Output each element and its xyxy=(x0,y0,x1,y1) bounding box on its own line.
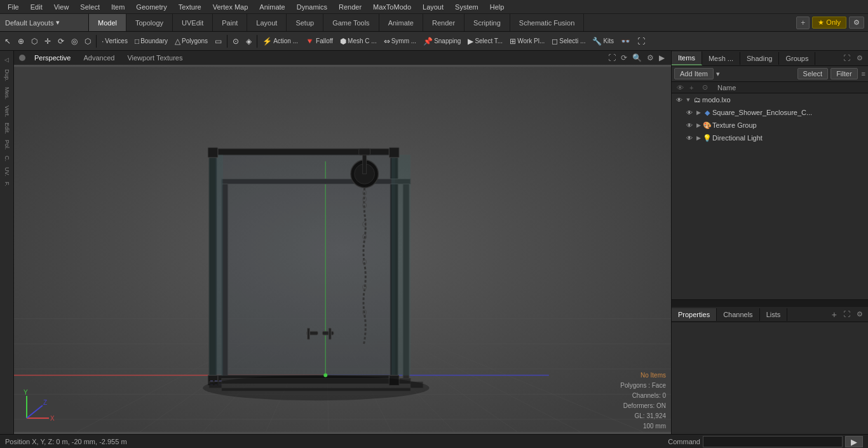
item-light[interactable]: 👁 ▶ 💡 Directional Light xyxy=(672,132,868,144)
falloff-button[interactable]: 🔻Falloff xyxy=(302,36,336,47)
select-mode-btn[interactable]: ↖ xyxy=(1,36,14,47)
add-col-icon[interactable]: + xyxy=(689,84,700,92)
item-arrow-1[interactable]: ▼ xyxy=(684,95,692,105)
layout-tab-render[interactable]: Render xyxy=(423,14,465,31)
viewport-expand-icon[interactable]: ▶ xyxy=(658,52,666,64)
viewport-tab-advanced[interactable]: Advanced xyxy=(79,53,118,63)
prop-tab-lists[interactable]: Lists xyxy=(760,308,788,321)
viewport-canvas[interactable]: No Items Polygons : Face Channels: 0 Def… xyxy=(14,65,671,434)
item-mesh[interactable]: 👁 ▶ ◆ Square_Shower_Enclosure_C... xyxy=(672,106,868,119)
menu-geometry[interactable]: Geometry xyxy=(131,2,172,12)
item-root[interactable]: 👁 ▼ 🗂 modo.lxo xyxy=(672,93,868,106)
star-only-button[interactable]: ★ Only xyxy=(812,17,846,29)
menu-system[interactable]: System xyxy=(450,2,484,12)
rotate-btn[interactable]: ⟳ xyxy=(55,36,67,47)
add-layout-button[interactable]: + xyxy=(796,17,810,29)
viewport-search-icon[interactable]: 🔍 xyxy=(631,52,643,64)
viewport-tab-perspective[interactable]: Perspective xyxy=(31,53,74,63)
layout-tab-schematic[interactable]: Schematic Fusion xyxy=(510,14,584,31)
mesh-button[interactable]: ⬢Mesh C ... xyxy=(337,36,380,47)
circle-btn[interactable]: ◎ xyxy=(68,36,81,47)
select-button[interactable]: Select xyxy=(797,68,829,79)
layout-tab-setup[interactable]: Setup xyxy=(287,14,323,31)
layout-tab-scripting[interactable]: Scripting xyxy=(465,14,510,31)
snapping-button[interactable]: 📌Snapping xyxy=(420,36,464,47)
layout-tab-topology[interactable]: Topology xyxy=(126,14,173,31)
layout-tab-animate[interactable]: Animate xyxy=(379,14,423,31)
viewport-settings-icon[interactable]: ⚙ xyxy=(646,52,655,64)
sidebar-vert-label[interactable]: Vert. xyxy=(3,103,11,120)
sidebar-dup-label[interactable]: Dup. xyxy=(3,67,11,84)
snap-btn[interactable]: ⊕ xyxy=(15,36,27,47)
rp-tab-shading[interactable]: Shading xyxy=(740,52,779,65)
layout-tab-uvedit[interactable]: UVEdit xyxy=(173,14,213,31)
symmetry-button[interactable]: ⇔Symm ... xyxy=(381,36,419,47)
item-eye-3[interactable]: 👁 xyxy=(684,120,695,130)
layout-tab-layout[interactable]: Layout xyxy=(247,14,287,31)
viewport-maximize-icon[interactable]: ⛶ xyxy=(607,52,617,64)
menu-maxtomodo[interactable]: MaxToModo xyxy=(368,2,416,12)
item-arrow-4[interactable]: ▶ xyxy=(695,133,702,143)
settings-icon[interactable]: ⚙ xyxy=(849,17,864,29)
menu-view[interactable]: View xyxy=(49,2,74,12)
items-more-icon[interactable]: ≡ xyxy=(862,70,865,78)
layout-tab-gametools[interactable]: Game Tools xyxy=(323,14,379,31)
layout-tab-paint[interactable]: Paint xyxy=(213,14,247,31)
prop-settings-icon[interactable]: ⚙ xyxy=(854,309,865,320)
prop-tab-properties[interactable]: Properties xyxy=(672,308,717,321)
menu-render[interactable]: Render xyxy=(334,2,367,12)
sidebar-uv-label[interactable]: UV. xyxy=(3,165,11,179)
poly-btn[interactable]: ⬡ xyxy=(28,36,41,47)
menu-file[interactable]: File xyxy=(3,2,24,12)
rp-expand-icon[interactable]: ⛶ xyxy=(841,53,853,64)
add-item-dropdown-icon[interactable]: ▾ xyxy=(716,70,720,78)
menu-animate[interactable]: Animate xyxy=(254,2,290,12)
viewport-refresh-icon[interactable]: ⟳ xyxy=(620,52,628,64)
hex-btn[interactable]: ⬡ xyxy=(81,36,94,47)
prop-tab-channels[interactable]: Channels xyxy=(717,308,759,321)
viewport-dot[interactable] xyxy=(19,55,25,61)
boundary-button[interactable]: □Boundary xyxy=(132,36,171,47)
rp-settings-icon[interactable]: ⚙ xyxy=(854,53,865,64)
viewport[interactable]: Perspective Advanced Viewport Textures ⛶… xyxy=(14,51,671,434)
menu-texture[interactable]: Texture xyxy=(173,2,207,12)
vertices-button[interactable]: ·Vertices xyxy=(98,36,131,47)
sidebar-poly-label[interactable]: Pol. xyxy=(3,137,11,153)
prop-add-button[interactable]: + xyxy=(828,308,841,321)
sidebar-mesh-label[interactable]: Mes. xyxy=(3,85,11,102)
menu-layout[interactable]: Layout xyxy=(417,2,449,12)
menu-help[interactable]: Help xyxy=(485,2,510,12)
filter-button[interactable]: Filter xyxy=(831,68,857,79)
fullscreen-button[interactable]: ⛶ xyxy=(634,36,648,47)
view-button[interactable]: ⊙ xyxy=(229,36,242,47)
menu-item[interactable]: Item xyxy=(106,2,130,12)
items-scrollbar[interactable] xyxy=(672,299,868,304)
viewport-tab-textures[interactable]: Viewport Textures xyxy=(123,53,186,63)
filter-col-icon[interactable]: ⊙ xyxy=(702,83,712,92)
command-run-button[interactable]: ▶ xyxy=(845,436,863,447)
item-arrow-3[interactable]: ▶ xyxy=(695,120,702,130)
polygons-button[interactable]: △Polygons xyxy=(172,36,211,47)
layout-tab-model[interactable]: Model xyxy=(89,14,126,31)
action-button[interactable]: ⚡Action ... xyxy=(259,36,301,47)
item-texture[interactable]: 👁 ▶ 🎨 Texture Group xyxy=(672,119,868,132)
rp-tab-items[interactable]: Items xyxy=(672,51,702,65)
name-column-header[interactable]: Name xyxy=(715,84,865,92)
vr-button[interactable]: 👓 xyxy=(618,36,634,47)
item-eye-1[interactable]: 👁 xyxy=(674,95,684,105)
item-arrow-2[interactable]: ▶ xyxy=(695,107,702,118)
layout-dropdown[interactable]: Default Layouts ▾ xyxy=(0,14,89,31)
rp-tab-groups[interactable]: Groups xyxy=(779,52,815,65)
sidebar-edit-label[interactable]: Edit. xyxy=(3,120,11,137)
mode-button[interactable]: ▭ xyxy=(212,36,225,47)
item-eye-2[interactable]: 👁 xyxy=(684,107,695,118)
menu-vertexmap[interactable]: Vertex Map xyxy=(208,2,254,12)
menu-select[interactable]: Select xyxy=(75,2,105,12)
menu-dynamics[interactable]: Dynamics xyxy=(292,2,332,12)
rp-tab-mesh[interactable]: Mesh ... xyxy=(702,52,740,65)
command-input[interactable] xyxy=(703,436,843,447)
menu-edit[interactable]: Edit xyxy=(25,2,48,12)
workpl-button[interactable]: ⊞Work Pl... xyxy=(506,36,548,47)
sidebar-curve-label[interactable]: C. xyxy=(3,153,11,164)
prop-expand-icon[interactable]: ⛶ xyxy=(841,309,853,320)
